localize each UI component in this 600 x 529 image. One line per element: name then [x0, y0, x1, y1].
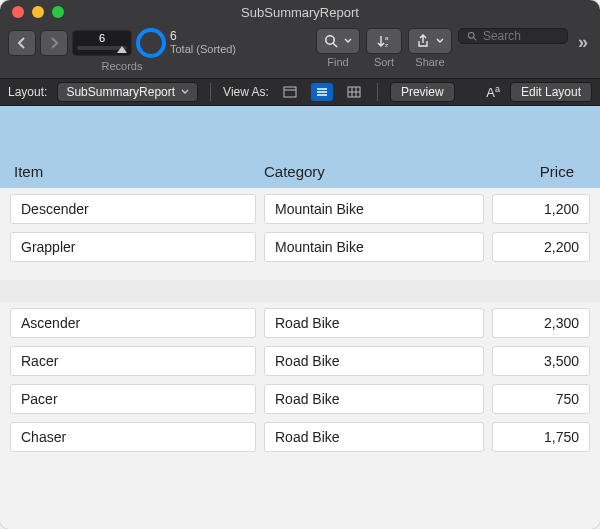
- total-label: Total (Sorted): [170, 43, 236, 56]
- chevron-down-icon: [344, 38, 352, 44]
- report-body: Item Category Price DescenderMountain Bi…: [0, 106, 600, 529]
- column-header-row: Item Category Price: [0, 106, 600, 188]
- svg-line-5: [473, 37, 476, 40]
- cell-category[interactable]: Mountain Bike: [264, 232, 484, 262]
- cell-item[interactable]: Grappler: [10, 232, 256, 262]
- cell-category[interactable]: Road Bike: [264, 384, 484, 414]
- cell-item[interactable]: Descender: [10, 194, 256, 224]
- find-button[interactable]: [316, 28, 360, 54]
- sort-button[interactable]: a z: [366, 28, 402, 54]
- current-record-number: 6: [99, 32, 105, 44]
- search-input[interactable]: [483, 29, 559, 43]
- records-label: Records: [102, 60, 143, 72]
- cell-price[interactable]: 3,500: [492, 346, 590, 376]
- cell-item[interactable]: Pacer: [10, 384, 256, 414]
- cell-price[interactable]: 2,300: [492, 308, 590, 338]
- text-format-button[interactable]: Aa: [486, 84, 500, 100]
- table-row[interactable]: RacerRoad Bike3,500: [10, 346, 590, 376]
- layout-selector[interactable]: SubSummaryReport: [57, 82, 198, 102]
- column-header-price: Price: [484, 163, 586, 180]
- cell-item[interactable]: Racer: [10, 346, 256, 376]
- view-list-button[interactable]: [311, 83, 333, 101]
- column-header-item: Item: [14, 163, 264, 180]
- share-group: Share: [408, 28, 452, 68]
- window-controls: [0, 6, 64, 18]
- svg-text:z: z: [385, 42, 388, 48]
- cell-price[interactable]: 1,750: [492, 422, 590, 452]
- cell-item[interactable]: Chaser: [10, 422, 256, 452]
- prev-record-button[interactable]: [8, 30, 36, 56]
- preview-button[interactable]: Preview: [390, 82, 455, 102]
- table-row[interactable]: PacerRoad Bike750: [10, 384, 590, 414]
- record-total: 6 Total (Sorted): [170, 30, 236, 56]
- record-group: AscenderRoad Bike2,300RacerRoad Bike3,50…: [0, 302, 600, 470]
- minimize-window-button[interactable]: [32, 6, 44, 18]
- search-field[interactable]: [458, 28, 568, 44]
- layout-label: Layout:: [8, 85, 47, 99]
- sort-label: Sort: [374, 56, 394, 68]
- search-icon: [467, 30, 477, 42]
- share-label: Share: [415, 56, 444, 68]
- table-row[interactable]: GrapplerMountain Bike2,200: [10, 232, 590, 262]
- table-row[interactable]: AscenderRoad Bike2,300: [10, 308, 590, 338]
- find-label: Find: [327, 56, 348, 68]
- viewas-label: View As:: [223, 85, 269, 99]
- pie-chart-icon[interactable]: [136, 28, 166, 58]
- svg-text:a: a: [385, 35, 389, 41]
- toolbar-overflow-button[interactable]: »: [574, 32, 592, 53]
- chevron-down-icon: [181, 89, 189, 95]
- record-slider[interactable]: 6: [72, 30, 132, 56]
- edit-layout-button[interactable]: Edit Layout: [510, 82, 592, 102]
- sort-icon: a z: [376, 34, 392, 48]
- search-icon: [324, 34, 338, 48]
- layout-bar: Layout: SubSummaryReport View As: Previe…: [0, 78, 600, 106]
- records-group: 6 6 Total (Sorted) Records: [8, 28, 236, 72]
- cell-price[interactable]: 1,200: [492, 194, 590, 224]
- table-row[interactable]: DescenderMountain Bike1,200: [10, 194, 590, 224]
- sort-group: a z Sort: [366, 28, 402, 68]
- record-group: DescenderMountain Bike1,200GrapplerMount…: [0, 188, 600, 280]
- cell-price[interactable]: 2,200: [492, 232, 590, 262]
- svg-point-4: [468, 32, 474, 38]
- svg-rect-6: [284, 87, 296, 97]
- main-toolbar: 6 6 Total (Sorted) Records Find: [0, 24, 600, 78]
- svg-point-0: [326, 36, 334, 44]
- table-row[interactable]: ChaserRoad Bike1,750: [10, 422, 590, 452]
- next-record-button[interactable]: [40, 30, 68, 56]
- zoom-window-button[interactable]: [52, 6, 64, 18]
- total-count: 6: [170, 30, 236, 43]
- cell-category[interactable]: Road Bike: [264, 346, 484, 376]
- layout-selected: SubSummaryReport: [66, 85, 175, 99]
- close-window-button[interactable]: [12, 6, 24, 18]
- cell-category[interactable]: Mountain Bike: [264, 194, 484, 224]
- window-title: SubSummaryReport: [0, 5, 600, 20]
- cell-category[interactable]: Road Bike: [264, 308, 484, 338]
- cell-item[interactable]: Ascender: [10, 308, 256, 338]
- titlebar: SubSummaryReport: [0, 0, 600, 24]
- svg-line-1: [333, 43, 337, 47]
- app-window: SubSummaryReport 6 6 Total (Sor: [0, 0, 600, 529]
- cell-price[interactable]: 750: [492, 384, 590, 414]
- view-table-button[interactable]: [343, 83, 365, 101]
- cell-category[interactable]: Road Bike: [264, 422, 484, 452]
- share-button[interactable]: [408, 28, 452, 54]
- share-icon: [416, 34, 430, 48]
- view-form-button[interactable]: [279, 83, 301, 101]
- column-header-category: Category: [264, 163, 484, 180]
- find-group: Find: [316, 28, 360, 68]
- chevron-down-icon: [436, 38, 444, 44]
- group-separator: [0, 280, 600, 302]
